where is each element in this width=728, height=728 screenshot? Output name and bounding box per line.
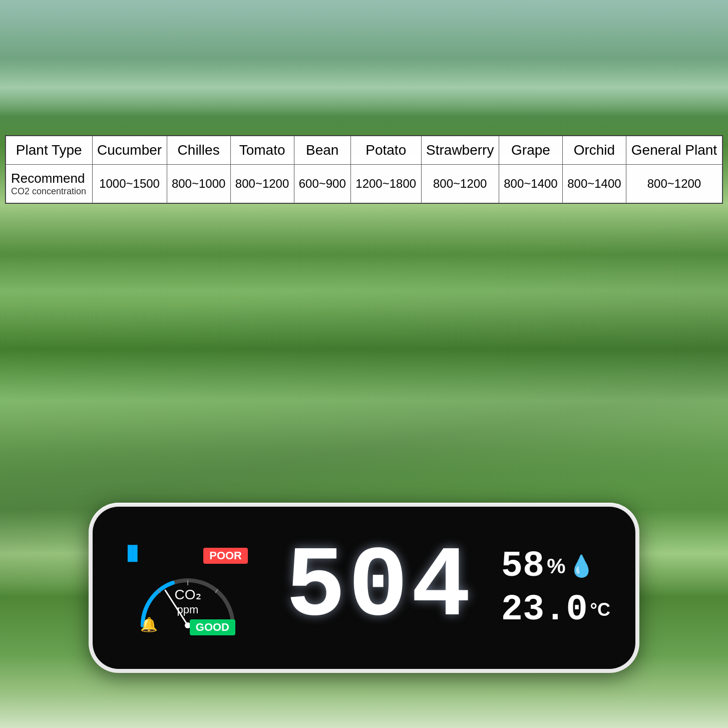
environmental-readings: 58 % 💧 23.0 °C (501, 548, 610, 628)
co2-reading-section: 504 (273, 538, 486, 638)
table-cell-chilles: 800~1000 (167, 165, 230, 203)
gauge-arc: CO₂ ppm GOOD 🔔 (133, 555, 243, 635)
good-status-label: GOOD (190, 619, 235, 635)
co2-monitor-device: ▐▌ POOR (89, 503, 639, 673)
temperature-value: 23.0 (501, 592, 588, 628)
device-screen: ▐▌ POOR (93, 507, 635, 669)
humidity-unit: % (547, 554, 565, 578)
co2-reading-value: 504 (285, 538, 473, 638)
table-header-potato: Potato (350, 136, 421, 165)
device-outer-shell: ▐▌ POOR (89, 503, 639, 673)
table-cell-potato: 1200~1800 (350, 165, 421, 203)
table-cell-bean: 600~900 (294, 165, 350, 203)
table-header-chilles: Chilles (167, 136, 230, 165)
table-cell-general-plant: 800~1200 (626, 165, 722, 203)
humidity-row: 58 % 💧 (501, 548, 594, 584)
table-cell-grape: 800~1400 (499, 165, 562, 203)
table-header-cucumber: Cucumber (92, 136, 167, 165)
table-cell-strawberry: 800~1200 (421, 165, 499, 203)
plant-table-container: Plant Type Cucumber Chilles Tomato Bean … (5, 135, 723, 204)
plant-co2-table: Plant Type Cucumber Chilles Tomato Bean … (6, 136, 722, 203)
table-header-general-plant: General Plant (626, 136, 722, 165)
svg-line-0 (165, 590, 188, 625)
temperature-unit: °C (590, 599, 610, 620)
humidity-value: 58 (501, 548, 544, 584)
table-cell-orchid: 800~1400 (562, 165, 626, 203)
table-header-plant-type: Plant Type (6, 136, 93, 165)
table-header-tomato: Tomato (230, 136, 294, 165)
table-cell-tomato: 800~1200 (230, 165, 294, 203)
table-header-orchid: Orchid (562, 136, 626, 165)
gauge-section: ▐▌ POOR (118, 540, 258, 635)
bell-icon: 🔔 (140, 616, 158, 633)
table-row-label: Recommend CO2 concentration (6, 165, 93, 203)
table-header-strawberry: Strawberry (421, 136, 499, 165)
table-header-grape: Grape (499, 136, 562, 165)
water-drop-icon: 💧 (568, 554, 594, 578)
table-cell-cucumber: 1000~1500 (92, 165, 167, 203)
temperature-row: 23.0 °C (501, 592, 610, 628)
table-header-bean: Bean (294, 136, 350, 165)
